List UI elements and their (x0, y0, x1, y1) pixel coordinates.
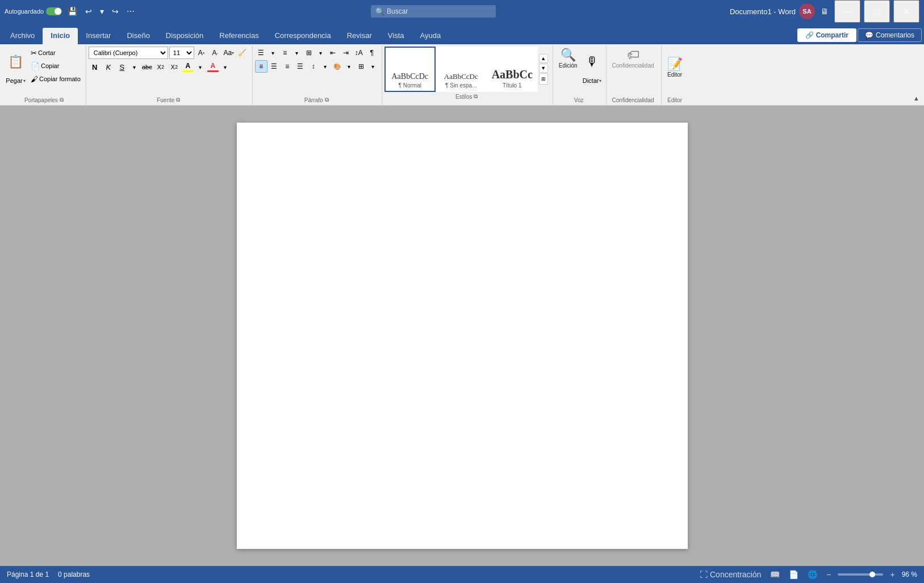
style-normal[interactable]: AaBbCcDc ¶ Normal (384, 47, 436, 92)
confidencialidad-button[interactable]: 🏷 Confidencialidad (609, 47, 658, 71)
edicion-button[interactable]: 🔍 Edición (555, 47, 581, 71)
para-row2: ≡ ☰ ≡ ☰ ↕ ▾ 🎨 ▾ ⊞ ▾ (255, 60, 378, 73)
show-marks-button[interactable]: ¶ (366, 47, 378, 59)
tab-archivo[interactable]: Archivo (2, 28, 43, 44)
superscript-button[interactable]: X2 (168, 61, 181, 73)
para-row1: ☰ ▾ ≡ ▾ ⊞ ▾ ⇤ ⇥ ↕A ¶ (255, 47, 378, 59)
fuente-expand-icon[interactable]: ⧉ (176, 97, 180, 103)
paste-button[interactable]: 📋 (5, 47, 27, 77)
editor-button[interactable]: 📝 Editor (664, 47, 686, 89)
focus-mode-button[interactable]: ⛶ Concentración (697, 569, 763, 580)
font-color-button[interactable]: A (207, 61, 219, 73)
borders-button[interactable]: ⊞ (355, 60, 367, 73)
cut-button[interactable]: ✂ Cortar (28, 47, 83, 59)
tab-inicio[interactable]: Inicio (43, 28, 78, 44)
autosave-toggle[interactable]: Autoguardado (5, 7, 62, 15)
bullets-dropdown[interactable]: ▾ (268, 47, 278, 59)
redo-button[interactable]: ↪ (110, 6, 121, 17)
font-color-dropdown[interactable]: ▾ (220, 61, 231, 73)
case-button[interactable]: Aa▾ (223, 47, 235, 59)
read-mode-button[interactable]: 📖 (768, 569, 782, 580)
parrafo-expand-icon[interactable]: ⧉ (325, 97, 329, 103)
copy-icon: 📄 (31, 62, 40, 70)
highlight-dropdown[interactable]: ▾ (195, 61, 206, 73)
window-icon-button[interactable]: 🖥 (818, 6, 831, 17)
numbering-dropdown[interactable]: ▾ (292, 47, 302, 59)
styles-scroll-down[interactable]: ▼ (539, 64, 548, 73)
print-layout-button[interactable]: 📄 (787, 569, 801, 580)
format-painter-label: Copiar formato (39, 76, 81, 82)
align-center-button[interactable]: ☰ (268, 60, 281, 73)
styles-gallery: AaBbCcDc ¶ Normal AaBbCcDc ¶ Sin espa...… (384, 47, 549, 92)
ribbon-collapse-button[interactable]: ▲ (911, 94, 922, 103)
comment-icon: 💬 (865, 31, 873, 39)
ribbon-tab-bar: Archivo Inicio Insertar Diseño Disposici… (0, 23, 924, 44)
sort-button[interactable]: ↕A (353, 47, 365, 59)
increase-font-button[interactable]: A+ (195, 47, 208, 59)
style-nospace-preview: AaBbCcDc (444, 72, 478, 81)
paste-dropdown-icon[interactable]: ▾ (23, 78, 26, 83)
bullets-button[interactable]: ☰ (255, 47, 267, 59)
tab-ayuda[interactable]: Ayuda (412, 28, 449, 44)
multilevel-dropdown[interactable]: ▾ (316, 47, 326, 59)
comments-button[interactable]: 💬 Comentarios (858, 28, 922, 42)
spacing-button[interactable]: ↕ (307, 60, 320, 73)
decrease-indent-button[interactable]: ⇤ (327, 47, 339, 59)
align-left-button[interactable]: ≡ (255, 60, 267, 73)
document-page[interactable] (237, 123, 688, 549)
portapapeles-expand-icon[interactable]: ⧉ (60, 97, 64, 103)
zoom-out-button[interactable]: − (824, 569, 833, 580)
estilos-expand-icon[interactable]: ⧉ (474, 93, 478, 100)
customize-qat-button[interactable]: ⋯ (124, 6, 137, 17)
increase-indent-button[interactable]: ⇥ (340, 47, 352, 59)
spacing-dropdown[interactable]: ▾ (320, 60, 331, 73)
share-button[interactable]: 🔗 Compartir (797, 28, 856, 42)
font-name-select[interactable]: Calibri (Cuerpo) (89, 47, 168, 59)
zoom-slider[interactable] (838, 573, 883, 576)
text-highlight-button[interactable]: A (182, 61, 194, 73)
undo-arrow[interactable]: ▾ (98, 6, 106, 17)
justify-button[interactable]: ☰ (294, 60, 307, 73)
save-button[interactable]: 💾 (65, 6, 80, 17)
styles-expand-button[interactable]: ⊞ (539, 73, 548, 85)
minimize-button[interactable]: — (834, 0, 860, 23)
search-input[interactable] (371, 5, 496, 18)
close-button[interactable]: ✕ (893, 0, 919, 23)
borders-dropdown[interactable]: ▾ (368, 60, 378, 73)
strikethrough-button[interactable]: abc (141, 61, 153, 73)
tab-revisar[interactable]: Revisar (339, 28, 380, 44)
tab-insertar[interactable]: Insertar (78, 28, 119, 44)
decrease-font-button[interactable]: A- (209, 47, 221, 59)
tab-disposicion[interactable]: Disposición (158, 28, 211, 44)
tab-diseno[interactable]: Diseño (119, 28, 157, 44)
underline-button[interactable]: S (116, 61, 128, 73)
tab-vista[interactable]: Vista (380, 28, 412, 44)
bold-button[interactable]: N (89, 61, 101, 73)
dictar-button[interactable]: 🎙 (582, 47, 603, 77)
style-nospace[interactable]: AaBbCcDc ¶ Sin espa... (436, 47, 487, 92)
autosave-switch[interactable] (46, 7, 62, 15)
clear-format-button[interactable]: 🧹 (236, 47, 249, 59)
subscript-button[interactable]: X2 (154, 61, 167, 73)
copy-button[interactable]: 📄 Copiar (28, 60, 83, 72)
underline-dropdown[interactable]: ▾ (129, 61, 140, 73)
shading-button[interactable]: 🎨 (331, 60, 344, 73)
format-painter-button[interactable]: 🖌 Copiar formato (28, 73, 83, 85)
undo-button[interactable]: ↩ (83, 6, 94, 17)
user-avatar[interactable]: SA (799, 3, 815, 19)
zoom-in-button[interactable]: + (888, 569, 897, 580)
multilevel-button[interactable]: ⊞ (303, 47, 315, 59)
font-size-select[interactable]: 11 (169, 47, 194, 59)
shading-dropdown[interactable]: ▾ (344, 60, 354, 73)
web-layout-button[interactable]: 🌐 (805, 569, 820, 580)
focus-label: Concentración (710, 570, 761, 579)
tab-correspondencia[interactable]: Correspondencia (267, 28, 339, 44)
dictar-dropdown-icon[interactable]: ▾ (599, 78, 601, 83)
tab-referencias[interactable]: Referencias (211, 28, 266, 44)
maximize-button[interactable]: □ (864, 0, 890, 23)
style-title1[interactable]: AaBbCc Título 1 (487, 47, 538, 92)
numbering-button[interactable]: ≡ (279, 47, 291, 59)
align-right-button[interactable]: ≡ (281, 60, 294, 73)
italic-button[interactable]: K (102, 61, 115, 73)
styles-scroll-up[interactable]: ▲ (539, 54, 548, 63)
